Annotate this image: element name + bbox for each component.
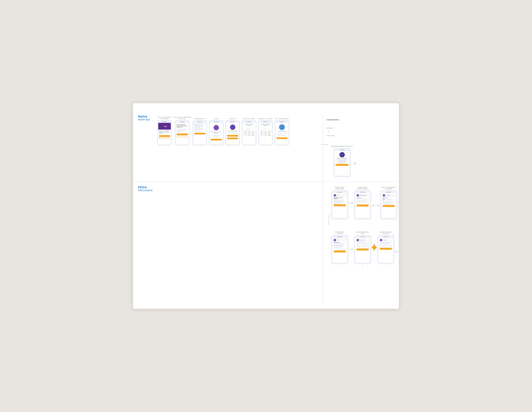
pega-r2-phone-3: Je adres [377, 235, 394, 264]
existing-biz-icon: 👤 [340, 152, 345, 157]
phone-col-repeat-pin: REPEAT PIN CODE Herhaal je viercijferige… [258, 118, 273, 146]
screen-1: ⬛SNS Welkom bij SNS Mobile Banking. Ben … [158, 123, 171, 144]
intro-icon [214, 125, 219, 130]
step-label-4: INTRO [214, 118, 219, 119]
arrow-head-native: ▶ [326, 144, 328, 145]
pega-screen-3: Je installaties Adresgegevens [381, 193, 396, 218]
step-label-3: AGREEMENTS [194, 118, 205, 119]
notch-6 [247, 121, 251, 122]
screen-8: Vingerafdruk opslaan [276, 123, 288, 144]
pega-col-1: ENTER DEBITCARD FLOW SNS Aanmelden met j… [331, 187, 348, 219]
phone-col-private-business: PRIVATE OR BUSINESSACCOUNT Wer welke rek… [174, 117, 191, 146]
pega-section-label: PEGA Webcontainer [138, 186, 153, 192]
pega-r2-icon-1 [334, 239, 336, 241]
pega-col-r2-3: ENTER BUSINESSDETAILS Je adres [377, 231, 394, 264]
btn-intro [211, 139, 222, 140]
flow-dot-existing [354, 162, 356, 164]
pega-flow-row1: ENTER DEBITCARD FLOW SNS Aanmelden met j… [331, 187, 399, 219]
header-purple-1: ⬛SNS [158, 123, 171, 130]
pega-r2-screen-1: SNS Bankrekening [332, 238, 347, 263]
pega-phone-2: SNS betaalkaarten In betaalkaart [354, 190, 371, 219]
small-screen-1: 👤 Aanmelden met je Appsen Uitloggen/verd… [335, 151, 349, 176]
phone-col-fingerprint: SET FINGERPRINT Vingerafdruk opslaan [275, 118, 289, 146]
content-6: Kies je viercijferige pincode ★ ★ ★ ★ ★ … [243, 123, 255, 144]
step-label-5: IDENTIFY [229, 118, 236, 119]
pega-content-3: Adresgegevens [382, 197, 395, 207]
pega-btn-1 [334, 204, 346, 206]
notch-1 [162, 121, 167, 122]
pega-r2-screen-3: Je adres [379, 238, 393, 263]
pega-r2-screen-2: Je gegevens [355, 238, 370, 263]
phone-3 [192, 120, 207, 146]
phone-col-intro: INTRO Aanmelden met je bsn nummers [209, 118, 223, 146]
pega-icon-3 [383, 194, 385, 196]
pega-r2-btn-3 [380, 248, 392, 250]
content-7: Herhaal je viercijferige pincode ★ ★ ★ ★… [259, 123, 272, 144]
pega-notch-2 [360, 192, 365, 193]
content-1: Welkom bij SNS Mobile Banking. Ben jij a… [158, 130, 171, 144]
pega-notch-1 [337, 192, 342, 193]
main-canvas: Native Mobile App NEW OR EXISTINGCUSTOME… [133, 103, 399, 309]
notch-3 [197, 121, 202, 122]
screen-3 [193, 123, 206, 144]
btn-business [177, 136, 188, 137]
step-label-8: SET FINGERPRINT [275, 118, 289, 119]
pega-r2-notch-2 [360, 236, 365, 237]
notch-2 [180, 121, 185, 122]
onboarding-label: ONBOARDING [326, 119, 340, 121]
pega-r2-notch-3 [383, 236, 389, 237]
pega-r2-content-3 [379, 242, 392, 250]
content-3 [193, 123, 206, 144]
pega-r2-label-2: ENTER PERSONALINFO [356, 231, 369, 234]
btn-no [159, 137, 170, 139]
pega-label-2: ENTER DEBITCARD DETAILS [357, 187, 368, 190]
phone-col-identify: IDENTIFY 👤 Pas je identiteit te bevestig… [225, 118, 240, 146]
content-8: Vingerafdruk opslaan [276, 123, 288, 144]
step-label-7: REPEAT PIN CODE [258, 118, 273, 119]
phone-col-new-existing: NEW OR EXISTINGCUSTOMER ⬛SNS Welkom bij … [157, 117, 172, 146]
pega-r2-phone-1: SNS Bankrekening [331, 235, 348, 264]
pega-col-2: ENTER DEBITCARD DETAILS SNS betaalkaarte… [354, 187, 371, 219]
pega-r2-icon-2 [357, 239, 359, 241]
keypad-1: 123 456 789 0⌫ [244, 130, 255, 136]
iban-input [334, 248, 346, 250]
pega-r2-notch-1 [337, 236, 342, 237]
pega-r2-label-3: ENTER BUSINESSDETAILS [380, 231, 392, 234]
btn-agreements [194, 133, 205, 134]
phone-4: Aanmelden met je bsn nummers [209, 120, 223, 146]
step-label-6: NEW PIN CODE [243, 118, 255, 119]
existing-business-phone: 👤 Aanmelden met je Appsen Uitloggen/verd… [334, 148, 351, 177]
phone-1: ⬛SNS Welkom bij SNS Mobile Banking. Ben … [157, 120, 172, 146]
pega-screen-1: SNS Aanmelden met je bsn nummers [332, 193, 347, 218]
screen-2: Wer welke rekening gaat je betaalrekenin… [176, 123, 189, 144]
pega-header-2: SNS betaalkaarten [356, 194, 369, 197]
step-label-1: NEW OR EXISTINGCUSTOMER [158, 117, 172, 119]
pega-r2-header-3: Je adres [379, 239, 392, 242]
section-divider [133, 182, 399, 182]
btn-identify-manual [227, 137, 238, 139]
step-label-2: PRIVATE OR BUSINESSACCOUNT [174, 117, 191, 119]
notch-7 [263, 121, 268, 122]
pega-content-1: Aanmelden met je bsn nummers [333, 197, 346, 207]
btn-existing-biz [336, 164, 349, 166]
phone-2: Wer welke rekening gaat je betaalrekenin… [175, 120, 190, 146]
phone-col-agreements: AGREEMENTS [192, 118, 207, 146]
btn-identify-digid [227, 135, 238, 137]
pega-btn-3 [383, 205, 395, 207]
existing-business-group: EXISTING BUSINESS USER FIX 👤 Aanmelden m… [331, 146, 353, 177]
screen-4: Aanmelden met je bsn nummers [210, 123, 222, 144]
pega-col-3: SELECT / PERSONALADDRESS Je installaties… [380, 187, 397, 219]
pega-r2-content-1: Bankrekening [333, 242, 346, 253]
dot-connector-r2 [396, 251, 399, 252]
notch-8 [280, 121, 284, 122]
pega-arrow-down: ▼ [328, 224, 330, 225]
identify-icon: 👤 [230, 125, 235, 130]
personal-info-dot: ● [362, 266, 363, 267]
notch-4 [214, 121, 219, 122]
h-arrow-r2-1 [349, 249, 353, 250]
btn-yes [159, 135, 170, 137]
screen-6: Kies je viercijferige pincode ★ ★ ★ ★ ★ … [243, 123, 255, 144]
screen-7: Herhaal je viercijferige pincode ★ ★ ★ ★… [259, 123, 272, 144]
pega-r2-btn-2 [357, 249, 369, 250]
btn-private [177, 133, 188, 135]
